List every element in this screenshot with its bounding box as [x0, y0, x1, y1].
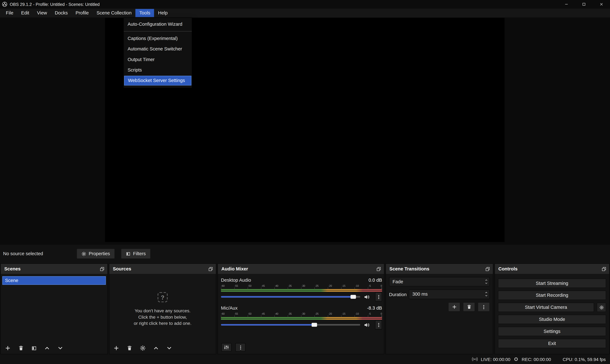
question-placeholder-icon: ?	[158, 292, 168, 302]
filters-button-label: Filters	[133, 251, 146, 256]
rec-status: REC: 00:00:00	[522, 357, 551, 362]
scene-list-item[interactable]: Scene	[2, 276, 106, 285]
chevron-up-icon[interactable]	[485, 291, 488, 294]
virtual-camera-settings-button[interactable]	[597, 303, 606, 312]
meter-tick-label: -20	[328, 284, 332, 287]
meter-tickmarks	[221, 287, 382, 289]
close-icon	[599, 2, 603, 7]
meter-tick-label: -10	[355, 312, 359, 315]
volume-slider[interactable]	[221, 322, 360, 328]
tools-menu-popup: Auto-Configuration Wizard Captions (Expe…	[123, 17, 192, 88]
controls-dock: Controls Start Streaming Start Recording…	[494, 263, 610, 354]
add-scene-button[interactable]	[5, 345, 11, 351]
obs-logo-icon	[2, 1, 7, 7]
menu-help[interactable]: Help	[154, 9, 171, 17]
filters-button[interactable]: Filters	[121, 249, 150, 259]
move-source-down-button[interactable]	[166, 345, 172, 351]
menu-edit[interactable]: Edit	[17, 9, 33, 17]
chevron-down-icon[interactable]	[485, 294, 488, 297]
remove-transition-button[interactable]	[463, 302, 475, 312]
remove-scene-button[interactable]	[18, 345, 24, 351]
spinbox-arrows	[485, 291, 488, 297]
volume-meter	[221, 289, 382, 292]
titlebar: OBS 29.1.2 - Profile: Untitled - Scenes:…	[0, 0, 610, 9]
maximize-icon	[582, 2, 586, 7]
menu-tools[interactable]: Tools	[136, 9, 154, 17]
advanced-audio-button[interactable]	[222, 343, 232, 352]
add-transition-button[interactable]	[448, 302, 460, 312]
menu-item-captions-experimental[interactable]: Captions (Experimental)	[124, 33, 192, 44]
audio-sliders-icon	[224, 345, 229, 350]
volume-slider-handle[interactable]	[350, 295, 356, 299]
menu-scene-collection[interactable]: Scene Collection	[93, 9, 136, 17]
menu-profile[interactable]: Profile	[72, 9, 93, 17]
menu-item-websocket-server-settings[interactable]: WebSocket Server Settings	[124, 76, 191, 86]
scenes-dock-title: Scenes	[4, 266, 21, 272]
transition-select[interactable]: Fade	[389, 277, 490, 286]
controls-dock-header: Controls	[495, 264, 609, 274]
start-virtual-camera-button[interactable]: Start Virtual Camera	[498, 303, 594, 312]
move-source-up-button[interactable]	[153, 345, 159, 351]
popout-icon	[376, 266, 381, 271]
settings-button[interactable]: Settings	[498, 327, 606, 336]
sources-dock: Sources ? You don't have any sources. Cl…	[109, 263, 216, 354]
meter-tick-label: -30	[301, 284, 305, 287]
meter-tick-label: -25	[315, 312, 319, 315]
meter-tick-label: -25	[315, 284, 319, 287]
live-signal-icon	[472, 356, 478, 362]
menu-item-scripts[interactable]: Scripts	[124, 65, 192, 75]
speaker-mute-button[interactable]	[364, 294, 370, 300]
sources-dock-header: Sources	[109, 264, 216, 274]
menu-item-output-timer[interactable]: Output Timer	[124, 54, 192, 65]
duration-label: Duration	[389, 291, 409, 297]
scenes-dock: Scenes Scene	[0, 263, 108, 354]
menu-view[interactable]: View	[33, 9, 51, 17]
duration-spinbox[interactable]: 300 ms	[409, 289, 490, 299]
add-source-button[interactable]	[113, 345, 119, 351]
source-properties-button[interactable]	[139, 345, 146, 351]
empty-line: You don't have any sources.	[109, 308, 216, 314]
popout-button[interactable]	[208, 266, 213, 271]
volume-slider-handle[interactable]	[312, 323, 317, 327]
mixer-channel-mic-aux: Mic/Aux -8.3 dB -60-55-50-45-40-35-30-25…	[221, 305, 382, 328]
menu-item-automatic-scene-switcher[interactable]: Automatic Scene Switcher	[124, 44, 192, 54]
popout-button[interactable]	[376, 266, 381, 271]
mixer-dock-header: Audio Mixer	[218, 264, 384, 274]
menu-docks[interactable]: Docks	[51, 9, 72, 17]
menu-file[interactable]: File	[2, 9, 17, 17]
meter-tick-label: -5	[369, 284, 371, 287]
start-streaming-button[interactable]: Start Streaming	[498, 278, 606, 288]
remove-source-button[interactable]	[126, 345, 133, 351]
channel-options-button[interactable]	[375, 320, 382, 329]
start-recording-button[interactable]: Start Recording	[498, 291, 606, 300]
popout-button[interactable]	[99, 266, 105, 271]
properties-button[interactable]: Properties	[77, 249, 115, 259]
meter-tick-label: -50	[248, 312, 251, 315]
speaker-mute-button[interactable]	[364, 322, 370, 328]
scene-filters-button[interactable]	[31, 345, 37, 351]
move-scene-down-button[interactable]	[57, 345, 63, 351]
popout-button[interactable]	[485, 266, 490, 271]
mixer-options-button[interactable]	[235, 343, 246, 352]
volume-slider[interactable]	[221, 294, 360, 300]
channel-options-button[interactable]	[375, 292, 382, 301]
menu-item-auto-configuration-wizard[interactable]: Auto-Configuration Wizard	[124, 19, 192, 29]
exit-button[interactable]: Exit	[498, 339, 606, 348]
window-controls	[557, 0, 610, 9]
maximize-button[interactable]	[575, 0, 593, 9]
minimize-button[interactable]	[557, 0, 575, 9]
studio-mode-button[interactable]: Studio Mode	[498, 315, 606, 324]
close-button[interactable]	[593, 0, 610, 9]
transitions-buttons	[389, 302, 490, 312]
transition-options-button[interactable]	[478, 302, 490, 312]
popout-icon	[99, 266, 105, 271]
move-scene-up-button[interactable]	[44, 345, 50, 351]
gear-icon	[599, 305, 604, 310]
kebab-icon	[376, 294, 381, 299]
meter-tick-label: -30	[301, 312, 305, 315]
channel-name: Mic/Aux	[221, 305, 237, 311]
mixer-channel-desktop-audio: Desktop Audio 0.0 dB -60-55-50-45-40-35-…	[221, 277, 382, 300]
popout-button[interactable]	[601, 266, 607, 271]
controls-body: Start Streaming Start Recording Start Vi…	[498, 274, 606, 348]
controls-dock-title: Controls	[498, 266, 518, 272]
